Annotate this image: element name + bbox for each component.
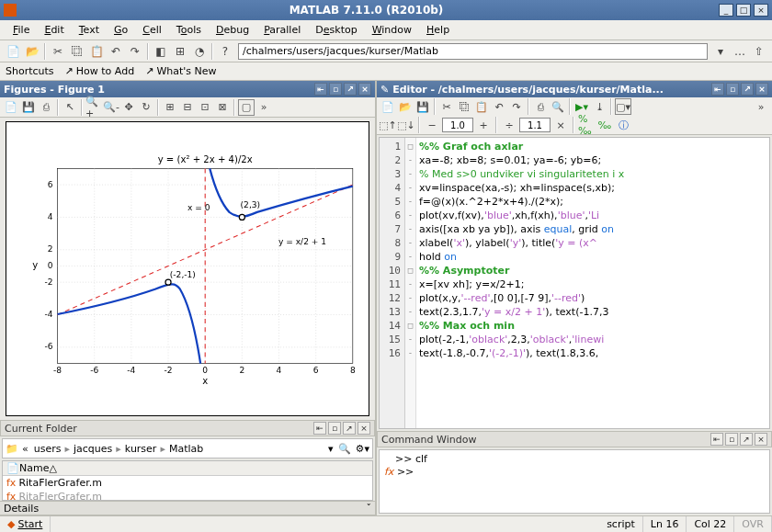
menu-edit[interactable]: Edit — [37, 22, 71, 38]
editor-min-icon[interactable]: ▫ — [726, 83, 739, 96]
editor-close-icon[interactable]: × — [755, 83, 768, 96]
ed-copy-icon[interactable]: ⿻ — [456, 98, 472, 115]
ed-find-icon[interactable]: 🔍 — [550, 98, 566, 115]
cf-max-icon[interactable]: ↗ — [343, 422, 356, 435]
ed-more-icon[interactable]: » — [753, 98, 769, 115]
fig-print-icon[interactable]: ⎙ — [38, 99, 54, 116]
svg-rect-0 — [4, 4, 17, 17]
cf-min-icon[interactable]: ▫ — [328, 422, 341, 435]
breadcrumb[interactable]: 📁« users▸ jacques▸ kurser▸ Matlab ▾ 🔍 ⚙▾ — [2, 438, 373, 458]
ed-cut-icon[interactable]: ✂ — [438, 98, 455, 115]
menu-tools[interactable]: Tools — [169, 22, 209, 38]
code-area[interactable]: 12345678910111213141516 □--------□---□--… — [379, 137, 770, 429]
cf-close-icon[interactable]: × — [358, 422, 370, 435]
rotate-icon[interactable]: ↻ — [138, 99, 154, 116]
cell-next-icon[interactable]: ⬚↓ — [398, 117, 414, 133]
whats-new-link[interactable]: ↗ What's New — [145, 65, 216, 77]
cell-break-icon[interactable]: ‰ — [596, 117, 613, 133]
pan-icon[interactable]: ✥ — [120, 99, 137, 116]
menu-desktop[interactable]: Desktop — [308, 22, 364, 38]
how-to-add-link[interactable]: ↗ How to Add — [65, 65, 135, 77]
menu-help[interactable]: Help — [419, 22, 457, 38]
times-icon[interactable]: × — [552, 117, 569, 133]
simulink-icon[interactable]: ◧ — [152, 42, 170, 61]
tile2-icon[interactable]: ⊟ — [179, 99, 196, 116]
help-icon[interactable]: ? — [216, 42, 234, 61]
ed-save-icon[interactable]: 💾 — [414, 98, 431, 115]
plus-icon[interactable]: + — [475, 117, 492, 133]
profiler-icon[interactable]: ◔ — [190, 42, 209, 61]
ed-undo-icon[interactable]: ↶ — [491, 98, 507, 115]
ed-paste-icon[interactable]: 📋 — [473, 98, 490, 115]
copy-icon[interactable]: ⿻ — [68, 42, 86, 61]
menu-go[interactable]: Go — [107, 22, 135, 38]
tile3-icon[interactable]: ⊡ — [197, 99, 213, 116]
cell-prev-icon[interactable]: ⬚↑ — [380, 117, 396, 133]
cmd-min-icon[interactable]: ▫ — [725, 433, 738, 446]
maximize-fig-icon[interactable]: ▢ — [238, 99, 255, 116]
paste-icon[interactable]: 📋 — [87, 42, 106, 61]
details-header[interactable]: Detailsˇ — [0, 501, 375, 515]
guide-icon[interactable]: ⊞ — [171, 42, 189, 61]
shortcuts-bar: Shortcuts ↗ How to Add ↗ What's New — [0, 62, 772, 81]
command-window[interactable]: >> clf fx >> — [379, 449, 770, 514]
open-icon[interactable]: 📂 — [23, 42, 41, 61]
cmd-max-icon[interactable]: ↗ — [740, 433, 753, 446]
undo-icon[interactable]: ↶ — [107, 42, 125, 61]
figures-min-icon[interactable]: ▫ — [329, 83, 342, 96]
cell-mode-icon[interactable]: %‰ — [578, 117, 595, 133]
stack-icon[interactable]: ▢▾ — [615, 98, 631, 115]
pointer-icon[interactable]: ↖ — [62, 99, 78, 116]
fig-save-icon[interactable]: 💾 — [20, 99, 37, 116]
zoom-out-icon[interactable]: 🔍- — [103, 99, 119, 116]
ed-open-icon[interactable]: 📂 — [397, 98, 414, 115]
list-item[interactable]: fxRitaFlerGrafer.m — [3, 476, 372, 490]
menu-text[interactable]: Text — [72, 22, 107, 38]
figures-max-icon[interactable]: ↗ — [344, 83, 357, 96]
menu-file[interactable]: File — [6, 22, 37, 38]
cmd-close-icon[interactable]: × — [755, 433, 767, 446]
editor-dock-icon[interactable]: ⇤ — [711, 83, 724, 96]
ed-new-icon[interactable]: 📄 — [380, 98, 396, 115]
file-list[interactable]: 📄 Name △ fxRitaFlerGrafer.m fxRitaFlerGr… — [2, 460, 373, 501]
cell-info-icon[interactable]: ⓘ — [615, 117, 631, 133]
svg-text:-2: -2 — [165, 366, 173, 375]
minus-icon[interactable]: − — [424, 117, 440, 133]
tile4-icon[interactable]: ⊠ — [214, 99, 231, 116]
cf-dock-icon[interactable]: ⇤ — [313, 422, 326, 435]
current-folder-path[interactable] — [238, 43, 708, 60]
tile-icon[interactable]: ⊞ — [162, 99, 178, 116]
gear-icon[interactable]: ⚙▾ — [356, 443, 369, 455]
cell-increment[interactable] — [442, 118, 473, 132]
browse-folder-icon[interactable]: … — [731, 42, 749, 61]
menu-parallel[interactable]: Parallel — [256, 22, 308, 38]
col-name[interactable]: Name — [19, 462, 49, 474]
menu-debug[interactable]: Debug — [209, 22, 256, 38]
menu-cell[interactable]: Cell — [135, 22, 169, 38]
cut-icon[interactable]: ✂ — [49, 42, 67, 61]
figures-close-icon[interactable]: × — [358, 83, 371, 96]
path-dropdown-icon[interactable]: ▾ — [711, 42, 730, 61]
list-item[interactable]: fxRitaFlerGrafer.m — [3, 490, 372, 501]
minimize-button[interactable]: _ — [719, 4, 733, 17]
menubar: File Edit Text Go Cell Tools Debug Paral… — [0, 20, 772, 40]
cmd-dock-icon[interactable]: ⇤ — [710, 433, 723, 446]
figures-dock-icon[interactable]: ⇤ — [314, 83, 327, 96]
fig-more-icon[interactable]: » — [255, 99, 272, 116]
editor-max-icon[interactable]: ↗ — [741, 83, 754, 96]
titlebar: MATLAB 7.11.0 (R2010b) _ □ × — [0, 0, 772, 20]
cell-multiply[interactable] — [519, 118, 551, 132]
plot-svg[interactable]: 642 0-2-4-6 -8-6-4 -202 468 y = (x² + 2x… — [6, 121, 369, 416]
fig-new-icon[interactable]: 📄 — [3, 99, 19, 116]
maximize-button[interactable]: □ — [736, 4, 751, 17]
ed-redo-icon[interactable]: ↷ — [508, 98, 525, 115]
new-icon[interactable]: 📄 — [4, 42, 22, 61]
redo-icon[interactable]: ↷ — [126, 42, 144, 61]
close-button[interactable]: × — [754, 4, 768, 17]
ed-print-icon[interactable]: ⎙ — [532, 98, 549, 115]
divide-icon[interactable]: ÷ — [501, 117, 517, 133]
menu-window[interactable]: Window — [365, 22, 419, 38]
start-button[interactable]: ◆Start — [0, 516, 51, 532]
zoom-in-icon[interactable]: 🔍+ — [85, 99, 102, 116]
up-folder-icon[interactable]: ⇧ — [750, 42, 768, 61]
